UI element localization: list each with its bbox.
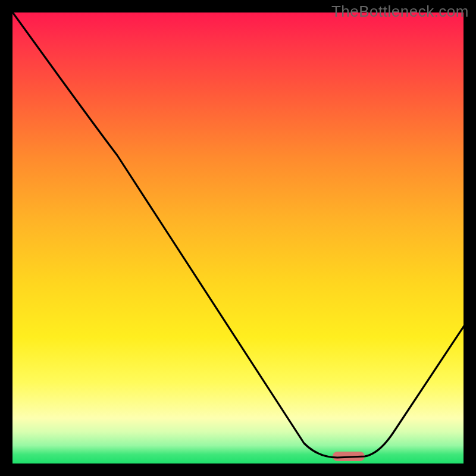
plot-gradient-bg — [12, 12, 464, 464]
watermark-text: TheBottleneck.com — [331, 2, 469, 21]
chart-frame — [11, 11, 465, 465]
chart-container: TheBottleneck.com — [0, 0, 476, 476]
